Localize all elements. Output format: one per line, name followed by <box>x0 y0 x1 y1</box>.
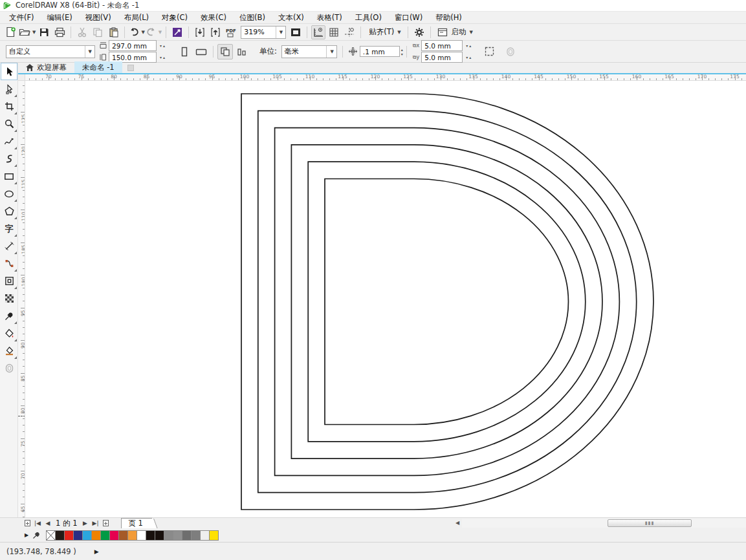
d-contour-6[interactable] <box>325 179 569 425</box>
treat-as-filled-button[interactable] <box>481 44 497 59</box>
polygon-tool[interactable] <box>1 202 17 220</box>
shape-tool[interactable] <box>1 80 17 98</box>
artistic-media-tool[interactable] <box>1 150 17 167</box>
color-swatch-17[interactable] <box>200 530 210 541</box>
interactive-fill-tool[interactable] <box>1 325 17 342</box>
page-tab-1[interactable]: 页 1 <box>121 518 151 528</box>
color-swatch-7[interactable] <box>109 530 119 541</box>
menu-item-5[interactable]: 对象(C) <box>155 12 194 23</box>
paste-button[interactable] <box>106 25 120 39</box>
ellipse-tool[interactable] <box>1 185 17 202</box>
color-swatch-14[interactable] <box>173 530 182 541</box>
menu-item-6[interactable]: 效果(C) <box>194 12 233 23</box>
page-height-spinner[interactable]: ▾ ▴ <box>160 55 165 59</box>
page-width-spinner[interactable]: ▾ ▴ <box>160 43 165 48</box>
next-page-button[interactable]: ▶ <box>80 519 90 528</box>
scroll-left-icon[interactable]: ◀ <box>453 519 462 528</box>
export-button[interactable] <box>208 25 223 39</box>
menu-item-7[interactable]: 位图(B) <box>233 12 272 23</box>
drawing-canvas[interactable] <box>25 81 746 517</box>
menu-item-12[interactable]: 帮助(H) <box>429 12 468 23</box>
undo-button[interactable]: ▼ <box>129 25 144 39</box>
status-expand-icon[interactable]: ▶ <box>94 548 99 555</box>
color-swatch-16[interactable] <box>191 530 201 541</box>
redo-button[interactable]: ▼ <box>146 25 162 39</box>
color-swatch-5[interactable] <box>91 530 101 541</box>
options-button[interactable] <box>412 25 426 39</box>
color-swatch-9[interactable] <box>127 530 137 541</box>
ruler-origin[interactable] <box>18 74 25 81</box>
pdf-button[interactable]: PDF <box>224 25 238 39</box>
menu-item-1[interactable]: 文件(F) <box>3 12 41 23</box>
color-swatch-10[interactable] <box>137 530 146 541</box>
d-contour-5[interactable] <box>308 162 586 442</box>
page-width-field[interactable]: 297.0 mm <box>109 40 157 51</box>
d-contour-3[interactable] <box>275 128 620 476</box>
scrollbar-track[interactable]: ▮▮▮ <box>462 519 746 528</box>
fullscreen-preview-button[interactable] <box>289 25 303 39</box>
freehand-tool[interactable] <box>1 133 17 150</box>
show-guidelines-button[interactable] <box>342 25 357 39</box>
show-grid-button[interactable] <box>327 25 341 39</box>
tab-untitled-1[interactable]: 未命名 -1 <box>74 61 122 73</box>
color-swatch-12[interactable] <box>155 530 164 541</box>
vertical-ruler[interactable]: 65707580859095100105110115120125 <box>18 81 25 517</box>
search-content-button[interactable] <box>170 25 184 39</box>
d-contour-2[interactable] <box>258 111 637 492</box>
launch-button[interactable]: 启动▼ <box>435 25 476 39</box>
nudge-spinner[interactable]: ▴▾ <box>401 48 403 56</box>
color-swatch-4[interactable] <box>82 530 92 541</box>
menu-item-8[interactable]: 文本(X) <box>272 12 311 23</box>
units-combo[interactable]: 毫米 ▼ <box>281 45 337 58</box>
zoom-level-combo[interactable]: 319%▼ <box>241 26 286 39</box>
add-page-before-button[interactable] <box>22 519 32 528</box>
scrollbar-thumb[interactable]: ▮▮▮ <box>608 519 692 527</box>
text-tool[interactable]: 字 <box>1 220 17 237</box>
d-contour-1[interactable] <box>241 94 653 510</box>
palette-eyedropper-icon[interactable] <box>32 531 41 539</box>
crop-tool[interactable] <box>1 98 17 115</box>
open-button[interactable]: ▼ <box>19 25 36 39</box>
outline-pen-tool[interactable] <box>1 360 17 377</box>
color-swatch-1[interactable] <box>55 530 65 541</box>
menu-item-10[interactable]: 工具(O) <box>349 12 388 23</box>
all-pages-button[interactable] <box>217 44 233 59</box>
import-button[interactable] <box>193 25 207 39</box>
current-page-button[interactable] <box>234 44 250 59</box>
outline-preview-button[interactable] <box>503 44 518 59</box>
drop-shadow-tool[interactable] <box>1 272 17 290</box>
first-page-button[interactable]: |◀ <box>32 519 43 528</box>
color-swatch-6[interactable] <box>100 530 110 541</box>
show-rulers-button[interactable] <box>311 25 325 39</box>
menu-item-2[interactable]: 编辑(E) <box>41 12 79 23</box>
new-document-button[interactable] <box>3 25 17 39</box>
color-swatch-18[interactable] <box>209 530 219 541</box>
menu-item-4[interactable]: 布局(L) <box>118 12 155 23</box>
color-swatch-3[interactable] <box>73 530 83 541</box>
cut-button[interactable] <box>75 25 89 39</box>
color-eyedropper-tool[interactable] <box>1 307 17 325</box>
d-contour-4[interactable] <box>291 145 602 458</box>
snap-to-button[interactable]: 贴齐(T)▼ <box>365 25 403 39</box>
palette-expand-icon[interactable]: ▶ <box>25 532 28 538</box>
last-page-button[interactable]: ▶| <box>90 519 100 528</box>
tab-welcome-screen[interactable]: 欢迎屏幕 <box>18 61 74 73</box>
duplicate-y-spinner[interactable]: ▾ ▴ <box>466 55 471 59</box>
duplicate-y-field[interactable]: 5.0 mm <box>421 52 463 63</box>
no-color-swatch[interactable] <box>46 530 56 541</box>
horizontal-ruler[interactable]: 7075808590951001051101151201251301351401… <box>25 74 746 81</box>
landscape-button[interactable] <box>193 44 209 59</box>
smart-fill-tool[interactable] <box>1 342 17 360</box>
rectangle-tool[interactable] <box>1 167 17 185</box>
previous-page-button[interactable]: ◀ <box>43 519 53 528</box>
transparency-tool[interactable] <box>1 290 17 307</box>
menu-item-11[interactable]: 窗口(W) <box>388 12 429 23</box>
color-swatch-11[interactable] <box>146 530 155 541</box>
color-swatch-15[interactable] <box>182 530 192 541</box>
color-swatch-2[interactable] <box>64 530 74 541</box>
color-swatch-8[interactable] <box>118 530 128 541</box>
save-button[interactable] <box>37 25 51 39</box>
menu-item-3[interactable]: 视图(V) <box>79 12 118 23</box>
nudge-field[interactable]: .1 mm <box>360 46 400 57</box>
color-swatch-13[interactable] <box>164 530 173 541</box>
